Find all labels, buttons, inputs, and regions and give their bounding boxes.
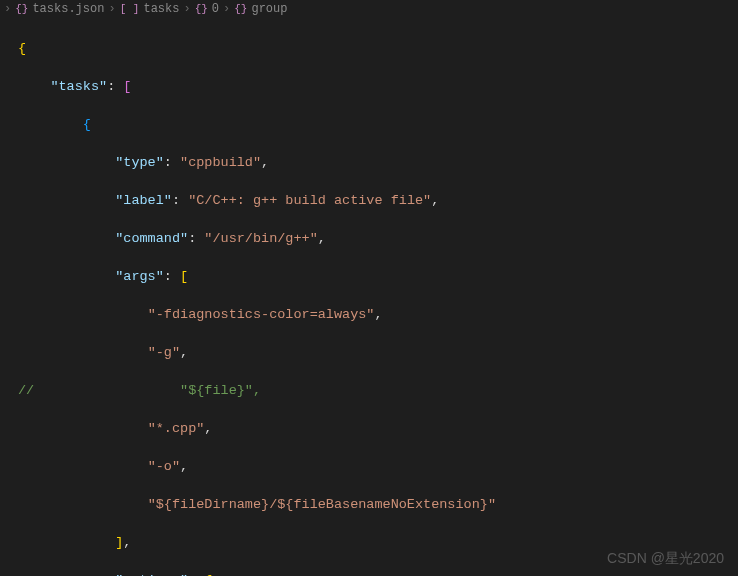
- json-key: "type": [115, 155, 164, 170]
- breadcrumb[interactable]: › {} tasks.json › [ ] tasks › {} 0 › {} …: [0, 0, 738, 18]
- chevron-icon: ›: [108, 0, 115, 18]
- brace: {: [18, 41, 26, 56]
- bracket: [: [123, 79, 131, 94]
- code-line[interactable]: {: [18, 39, 738, 58]
- object-icon: {}: [234, 0, 247, 18]
- json-key: "args": [115, 269, 164, 284]
- breadcrumb-segment[interactable]: group: [251, 0, 287, 18]
- json-icon: {}: [15, 0, 28, 18]
- code-line[interactable]: // "${file}",: [18, 381, 738, 400]
- breadcrumb-segment[interactable]: tasks: [143, 0, 179, 18]
- object-icon: {}: [195, 0, 208, 18]
- brace: {: [83, 117, 91, 132]
- code-line[interactable]: "options": {: [18, 571, 738, 576]
- code-line[interactable]: "label": "C/C++: g++ build active file",: [18, 191, 738, 210]
- breadcrumb-segment[interactable]: 0: [212, 0, 219, 18]
- code-line[interactable]: {: [18, 115, 738, 134]
- json-string: "C/C++: g++ build active file": [188, 193, 431, 208]
- chevron-icon: ›: [4, 0, 11, 18]
- json-key: "label": [115, 193, 172, 208]
- comment: //: [18, 383, 34, 398]
- code-line[interactable]: "args": [: [18, 267, 738, 286]
- json-string: "*.cpp": [148, 421, 205, 436]
- breadcrumb-file[interactable]: tasks.json: [32, 0, 104, 18]
- chevron-icon: ›: [223, 0, 230, 18]
- json-key: "command": [115, 231, 188, 246]
- code-line[interactable]: "-g",: [18, 343, 738, 362]
- code-editor[interactable]: { "tasks": [ { "type": "cppbuild", "labe…: [0, 18, 738, 576]
- json-string: "-g": [148, 345, 180, 360]
- code-line[interactable]: "${fileDirname}/${fileBasenameNoExtensio…: [18, 495, 738, 514]
- array-icon: [ ]: [120, 0, 140, 18]
- json-key: "tasks": [50, 79, 107, 94]
- comment: "${file}",: [180, 383, 261, 398]
- code-line[interactable]: "*.cpp",: [18, 419, 738, 438]
- chevron-icon: ›: [183, 0, 190, 18]
- code-line[interactable]: "tasks": [: [18, 77, 738, 96]
- code-line[interactable]: "-fdiagnostics-color=always",: [18, 305, 738, 324]
- json-string: "cppbuild": [180, 155, 261, 170]
- watermark: CSDN @星光2020: [607, 549, 724, 568]
- bracket: [: [180, 269, 188, 284]
- json-string: "${fileDirname}/${fileBasenameNoExtensio…: [148, 497, 496, 512]
- code-line[interactable]: "-o",: [18, 457, 738, 476]
- json-string: "-fdiagnostics-color=always": [148, 307, 375, 322]
- json-string: "/usr/bin/g++": [204, 231, 317, 246]
- json-string: "-o": [148, 459, 180, 474]
- code-line[interactable]: "command": "/usr/bin/g++",: [18, 229, 738, 248]
- code-line[interactable]: "type": "cppbuild",: [18, 153, 738, 172]
